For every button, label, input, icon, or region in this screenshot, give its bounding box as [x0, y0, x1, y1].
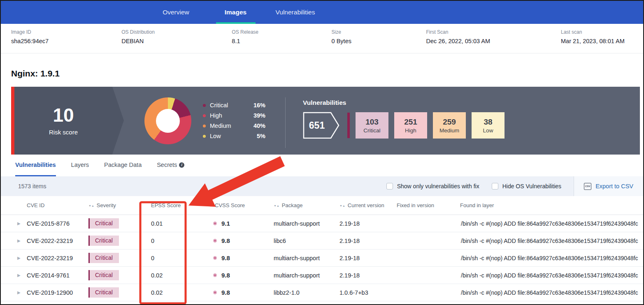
cvss-score-cell: 9.8 [209, 254, 269, 261]
col-cvss-score: CVSS Score [209, 202, 269, 208]
expand-row-icon[interactable]: ▶ [13, 273, 24, 277]
meta-value: Dec 26, 2022, 05:03 AM [426, 38, 561, 44]
found-in-layer-cell: /bin/sh -c #(nop) ADD file:864a9927c63e4… [456, 255, 643, 261]
legend-percent: 5% [257, 133, 265, 139]
vulnerability-table-header: CVE ID ▼▲Severity EPSS Score CVSS Score … [1, 196, 643, 215]
image-meta-row: Image ID sha256:94ec7 OS Distribution DE… [1, 24, 643, 53]
table-row[interactable]: ▶ CVE-2014-9761 Critical 0.02 9.8 multia… [1, 267, 643, 284]
expand-row-icon[interactable]: ▶ [13, 290, 24, 295]
cve-id-cell: CVE-2019-12900 [24, 289, 86, 296]
severity-card-critical[interactable]: 103 Critical [356, 112, 388, 139]
tab-layers[interactable]: Layers [71, 155, 89, 176]
nav-tab-images[interactable]: Images [206, 1, 265, 24]
legend-percent: 39% [253, 112, 265, 119]
table-row[interactable]: ▶ CVE-2022-23219 Critical 0 9.8 libc6 2.… [1, 232, 643, 250]
severity-donut-area: Critical 16% High 39% Medium 40% Low 5% [144, 87, 265, 155]
table-row[interactable]: ▶ CVE-2022-23219 Critical 0 9.8 multiarc… [1, 250, 643, 267]
hide-os-vulnerabilities-checkbox[interactable] [492, 183, 498, 189]
cvss-score-cell: 9.8 [209, 289, 269, 296]
export-to-csv-label: Export to CSV [595, 183, 633, 189]
legend-label: Low [210, 133, 221, 139]
risk-summary-panel: 10 Risk score Critical 16% High 39% [11, 87, 640, 155]
col-found-in-layer: Found in layer [456, 202, 643, 208]
sort-icon[interactable]: ▼▲ [339, 204, 345, 207]
expand-row-icon[interactable]: ▶ [13, 238, 24, 243]
epss-score-cell: 0.02 [145, 272, 209, 279]
critical-accent-bar [347, 113, 350, 138]
nav-tab-overview[interactable]: Overview [146, 1, 206, 24]
legend-label: High [210, 112, 222, 119]
meta-value: 0 Bytes [332, 38, 426, 44]
current-version-cell: 2.19-18 [335, 220, 392, 227]
legend-dot [203, 125, 206, 127]
filter-hide-os-group: Hide OS Vulnerabilities [492, 183, 561, 189]
table-row[interactable]: ▶ CVE-2019-12900 Critical 0.02 9.8 libbz… [1, 284, 643, 301]
col-epss-score: EPSS Score [145, 202, 209, 208]
meta-field-first-scan: First Scan Dec 26, 2022, 05:03 AM [426, 29, 561, 53]
legend-item-medium: Medium 40% [203, 122, 265, 129]
table-row[interactable]: ▶ CVE-2015-8776 Critical 0.01 9.1 multia… [1, 215, 643, 232]
severity-cell: Critical [86, 253, 145, 263]
nav-tab-vulnerabilities[interactable]: Vulnerabilities [265, 1, 325, 24]
legend-label: Medium [210, 122, 231, 129]
col-severity[interactable]: ▼▲Severity [86, 202, 145, 208]
show-only-fix-checkbox[interactable] [386, 183, 393, 189]
expand-row-icon[interactable]: ▶ [13, 221, 24, 226]
legend-label: Critical [210, 102, 228, 109]
expand-row-icon[interactable]: ▶ [13, 256, 24, 260]
package-cell: libc6 [269, 238, 335, 244]
meta-field-image-id: Image ID sha256:94ec7 [11, 29, 121, 53]
cvss-value: 9.8 [221, 289, 230, 296]
risk-score-value: 10 [53, 106, 74, 125]
meta-field-last-scan: Last scan Mar 21, 2023, 08:01 AM [561, 29, 643, 53]
active-tab-underline [216, 22, 256, 24]
cve-id-cell: CVE-2014-9761 [24, 272, 86, 279]
meta-label: Size [332, 29, 426, 35]
legend-item-low: Low 5% [203, 133, 265, 139]
info-icon: i [179, 162, 184, 168]
legend-percent: 16% [253, 102, 265, 109]
image-scan-window: Overview Images Vulnerabilities Image ID… [0, 0, 644, 305]
cvss-score-cell: 9.8 [209, 237, 269, 244]
col-current-version[interactable]: ▼▲Current version [335, 202, 392, 208]
detail-tabs: Vulnerabilities Layers Package Data Secr… [1, 155, 643, 176]
tab-package-data[interactable]: Package Data [104, 155, 142, 176]
meta-value: DEBIAN [121, 38, 232, 44]
table-toolbar: 1573 items Show only vulnerabilities wit… [1, 176, 643, 196]
severity-card-high[interactable]: 251 High [394, 112, 427, 139]
vulnerabilities-total-tag: 651 [303, 112, 340, 139]
epss-score-cell: 0 [145, 255, 209, 261]
current-version-cell: 2.19-18 [335, 272, 392, 279]
severity-badge: Critical [88, 253, 119, 263]
tab-vulnerabilities[interactable]: Vulnerabilities [15, 155, 56, 176]
severity-badge: Critical [88, 236, 119, 246]
vulnerabilities-title: Vulnerabilities [303, 99, 505, 106]
col-package[interactable]: ▼▲Package [269, 202, 335, 208]
risk-score-arrow-shape [112, 87, 124, 154]
nav-tab-images-label: Images [225, 9, 246, 16]
severity-badge: Critical [88, 218, 119, 229]
legend-dot [203, 114, 206, 117]
package-cell: multiarch-support [269, 255, 335, 261]
cvss-score-cell: 9.1 [209, 220, 269, 227]
card-count: 251 [404, 118, 417, 127]
cvss-severity-dot [213, 222, 217, 225]
cvss-value: 9.8 [221, 254, 230, 261]
severity-badge: Critical [88, 287, 119, 298]
sort-icon[interactable]: ▼▲ [274, 204, 279, 207]
col-cve-id: CVE ID [24, 202, 86, 208]
severity-card-low[interactable]: 38 Low [472, 112, 505, 139]
col-label: CVE ID [27, 202, 44, 208]
top-nav: Overview Images Vulnerabilities [1, 1, 643, 24]
cvss-value: 9.1 [221, 220, 230, 227]
cvss-score-cell: 9.8 [209, 272, 269, 279]
found-in-layer-cell: /bin/sh -c #(nop) ADD file:864a9927c63e4… [456, 238, 643, 244]
tab-secrets[interactable]: Secrets i [157, 155, 184, 176]
cvss-severity-dot [213, 291, 217, 294]
severity-card-medium[interactable]: 259 Medium [433, 112, 466, 139]
card-count: 259 [443, 118, 456, 127]
export-to-csv-button[interactable]: CSV Export to CSV [574, 176, 643, 196]
current-version-cell: 2.19-18 [335, 238, 392, 244]
sort-icon[interactable]: ▼▲ [88, 204, 94, 207]
tab-label: Layers [71, 162, 89, 168]
